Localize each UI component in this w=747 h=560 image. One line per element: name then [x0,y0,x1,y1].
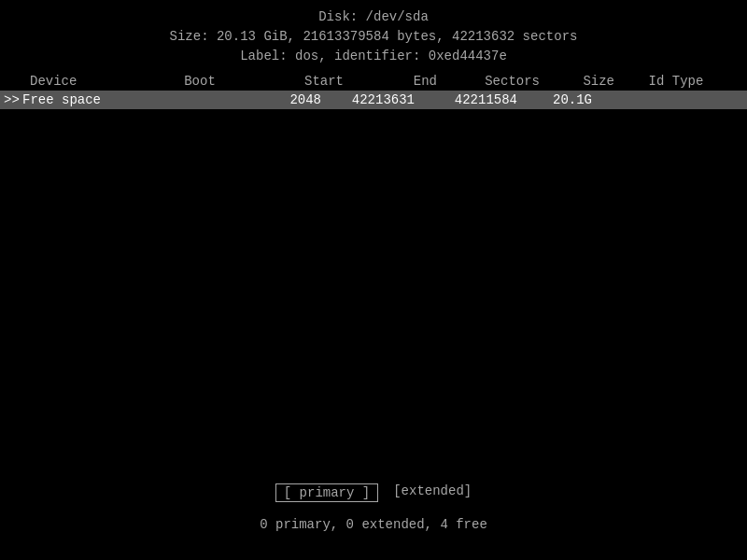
row-sectors: 42211584 [430,92,532,107]
disk-title: Disk: /dev/sda [0,7,747,27]
row-start: 2048 [224,92,336,107]
header-boot: Boot [153,74,247,89]
row-id-type [607,92,700,107]
extended-button[interactable]: [extended] [393,483,472,502]
header-size: Size [555,74,629,89]
header-id-type: Id Type [629,74,723,89]
header-start: Start [247,74,359,89]
row-indicator: >> [0,92,22,107]
table-row[interactable]: >> Free space 2048 42213631 42211584 20.… [0,91,747,109]
row-boot [131,92,224,107]
disk-info: Disk: /dev/sda Size: 20.13 GiB, 21613379… [0,7,747,66]
table-header: Device Boot Start End Sectors Size Id Ty… [0,72,747,91]
header-device: Device [22,74,153,89]
buttons-row: [ primary ] [extended] [0,483,747,502]
disk-size-line: Size: 20.13 GiB, 21613379584 bytes, 4221… [0,27,747,47]
header-end: End [359,74,452,89]
row-device-name: Free space [22,92,131,107]
status-line: 0 primary, 0 extended, 4 free [0,517,747,532]
header-sectors: Sectors [452,74,555,89]
bottom-section: [ primary ] [extended] 0 primary, 0 exte… [0,483,747,532]
row-end: 42213631 [336,92,430,107]
primary-button[interactable]: [ primary ] [275,483,378,502]
disk-label-line: Label: dos, identifier: 0xed44437e [0,47,747,66]
row-size: 20.1G [532,92,607,107]
